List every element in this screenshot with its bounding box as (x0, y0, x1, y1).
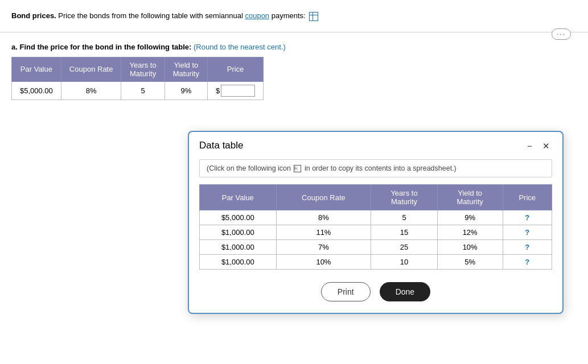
modal-dialog: Data table − ✕ (Click on the following i… (188, 131, 564, 314)
data-cell-price-0: ? (503, 210, 552, 225)
data-cell-price-2: ? (503, 240, 552, 255)
part-a-strong: a. Find the price for the bond in the fo… (11, 43, 191, 51)
modal-instruction-text-after: in order to copy its contents into a spr… (305, 164, 457, 172)
modal-close-button[interactable]: ✕ (540, 142, 552, 150)
done-button[interactable]: Done (380, 282, 430, 301)
data-table-row: $5,000.00 8% 5 9% ? (200, 210, 552, 225)
data-table-wrap: Par Value Coupon Rate Years toMaturity Y… (199, 184, 552, 270)
part-a-section: a. Find the price for the bond in the fo… (0, 32, 588, 107)
main-table-header-coupon-rate: Coupon Rate (61, 57, 121, 81)
data-cell-coupon-rate-0: 8% (276, 210, 371, 225)
modal-minimize-button[interactable]: − (525, 142, 534, 150)
data-cell-price-3: ? (503, 255, 552, 270)
main-cell-price: $ (207, 81, 263, 100)
modal-controls: − ✕ (525, 142, 552, 150)
data-header-years-maturity: Years toMaturity (371, 185, 437, 210)
data-table: Par Value Coupon Rate Years toMaturity Y… (199, 184, 552, 270)
price-input[interactable] (221, 85, 255, 97)
data-cell-yield-0: 9% (437, 210, 503, 225)
print-button[interactable]: Print (321, 282, 371, 301)
data-cell-yield-1: 12% (437, 225, 503, 240)
copy-icon: ⎘ (294, 165, 301, 172)
grid-icon[interactable] (309, 12, 318, 21)
data-cell-years-2: 25 (371, 240, 437, 255)
instruction-text: Bond prices. Price the bonds from the fo… (11, 10, 577, 22)
main-table-header-yield-maturity: Yield toMaturity (165, 57, 207, 81)
data-table-row: $1,000.00 11% 15 12% ? (200, 225, 552, 240)
main-table: Par Value Coupon Rate Years toMaturity Y… (11, 57, 264, 100)
main-table-header-price: Price (207, 57, 263, 81)
part-a-label: a. Find the price for the bond in the fo… (11, 43, 577, 51)
data-table-row: $1,000.00 10% 10 5% ? (200, 255, 552, 270)
data-cell-coupon-rate-3: 10% (276, 255, 371, 270)
instruction-text1: Price the bonds from the following table… (56, 11, 245, 20)
main-cell-par-value: $5,000.00 (12, 81, 61, 100)
data-cell-par-value-1: $1,000.00 (200, 225, 277, 240)
dots-button[interactable]: ··· (552, 28, 571, 40)
data-header-yield-maturity: Yield toMaturity (437, 185, 503, 210)
modal-footer: Print Done (189, 282, 562, 301)
data-cell-coupon-rate-2: 7% (276, 240, 371, 255)
main-table-header-years-maturity: Years toMaturity (121, 57, 165, 81)
data-cell-coupon-rate-1: 11% (276, 225, 371, 240)
data-cell-years-0: 5 (371, 210, 437, 225)
data-cell-yield-2: 10% (437, 240, 503, 255)
data-header-par-value: Par Value (200, 185, 277, 210)
main-table-header-par-value: Par Value (12, 57, 61, 81)
coupon-link[interactable]: coupon (245, 11, 269, 20)
instruction-bold: Bond prices. (11, 11, 56, 20)
data-cell-years-3: 10 (371, 255, 437, 270)
main-cell-coupon-rate: 8% (61, 81, 121, 100)
modal-title: Data table (199, 140, 244, 151)
modal-instruction-text-before: (Click on the following icon (207, 164, 293, 172)
modal-titlebar: Data table − ✕ (189, 132, 562, 156)
data-cell-par-value-3: $1,000.00 (200, 255, 277, 270)
data-cell-price-1: ? (503, 225, 552, 240)
data-header-price: Price (503, 185, 552, 210)
data-cell-par-value-0: $5,000.00 (200, 210, 277, 225)
modal-instruction: (Click on the following icon ⎘ in order … (199, 159, 552, 177)
data-header-coupon-rate: Coupon Rate (276, 185, 371, 210)
instruction-text2: payments: (269, 11, 306, 20)
instruction-area: Bond prices. Price the bonds from the fo… (0, 0, 588, 27)
data-cell-par-value-2: $1,000.00 (200, 240, 277, 255)
price-prefix: $ (216, 86, 220, 95)
data-cell-years-1: 15 (371, 225, 437, 240)
main-cell-years: 5 (121, 81, 165, 100)
round-note: (Round to the nearest cent.) (194, 43, 286, 51)
data-table-row: $1,000.00 7% 25 10% ? (200, 240, 552, 255)
main-table-row: $5,000.00 8% 5 9% $ (12, 81, 264, 100)
data-cell-yield-3: 5% (437, 255, 503, 270)
main-cell-yield: 9% (165, 81, 207, 100)
